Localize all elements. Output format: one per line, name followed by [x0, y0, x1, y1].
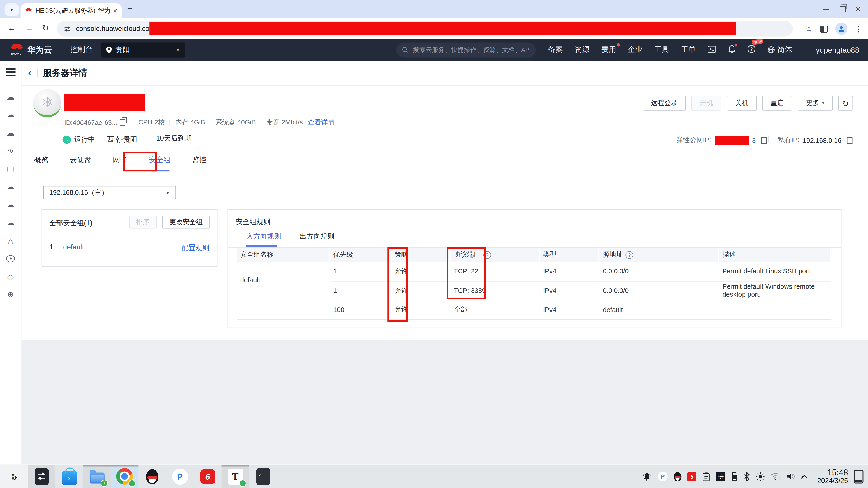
view-details-link[interactable]: 查看详情 — [308, 118, 335, 127]
tab-close-icon[interactable]: × — [113, 7, 118, 14]
browser-profile-avatar[interactable] — [835, 23, 848, 35]
qq-tray-icon[interactable] — [674, 472, 682, 481]
nav-item-beian[interactable]: 备案 — [548, 45, 563, 55]
nav-item-resources[interactable]: 资源 — [575, 45, 590, 55]
clock[interactable]: 15:48 2024/3/25 — [817, 468, 848, 485]
language-selector[interactable]: 简体 — [767, 45, 792, 55]
nav-item-tools[interactable]: 工具 — [654, 45, 669, 55]
more-button[interactable]: 更多▾ — [798, 96, 833, 111]
region-selector[interactable]: 贵阳一 ▾ — [100, 42, 184, 57]
tab-disks[interactable]: 云硬盘 — [68, 153, 94, 171]
console-link[interactable]: 控制台 — [70, 45, 93, 55]
rail-eip-icon[interactable]: IP — [0, 250, 21, 267]
tray-expand-chevron-icon[interactable] — [801, 474, 808, 479]
p-app-tray-icon[interactable]: P — [657, 471, 669, 482]
p-app-button[interactable]: P — [166, 465, 194, 488]
group-name-link[interactable]: default — [63, 243, 84, 253]
huawei-logo[interactable]: HUAWEI — [11, 44, 23, 56]
remote-login-button[interactable]: 远程登录 — [643, 96, 686, 111]
site-settings-icon[interactable] — [64, 25, 71, 32]
notification-bell-icon[interactable] — [643, 472, 652, 481]
shutdown-button[interactable]: 关机 — [727, 96, 756, 111]
change-security-group-button[interactable]: 更改安全组 — [162, 216, 210, 228]
rail-cloud5-icon[interactable]: ☁ — [0, 214, 21, 232]
cell-priority: 100 — [330, 300, 392, 319]
cloud-shell-icon[interactable] — [708, 45, 716, 55]
url-text: console.huaweicloud.com/ — [76, 25, 157, 33]
rail-workspace-icon[interactable]: ▢ — [0, 160, 21, 178]
rail-network-icon[interactable]: △ — [0, 232, 21, 250]
window-minimize-button[interactable] — [818, 0, 834, 18]
forward-button[interactable]: → — [26, 23, 34, 33]
file-manager-button[interactable]: + — [83, 465, 111, 488]
configure-rules-link[interactable]: 配置规则 — [182, 243, 209, 253]
wifi-icon[interactable]: ! — [771, 472, 781, 481]
nav-item-tickets[interactable]: 工单 — [681, 45, 696, 55]
clipboard-icon[interactable] — [702, 472, 710, 481]
expiry-text[interactable]: 10天后到期 — [156, 134, 192, 145]
rail-upload-icon[interactable]: ☁ — [0, 196, 21, 214]
back-button[interactable]: ← — [8, 23, 16, 33]
rail-cloud3-icon[interactable]: ☁ — [0, 124, 21, 142]
help-icon[interactable]: ? — [625, 251, 633, 259]
copy-icon[interactable] — [847, 137, 852, 143]
launcher-button[interactable]: ∶› — [0, 465, 28, 488]
col-priority: 优先级 — [330, 248, 392, 262]
hamburger-menu-icon[interactable] — [6, 68, 16, 76]
text-editor-button[interactable]: T+ — [221, 465, 249, 488]
app-store-button[interactable]: › — [55, 465, 83, 488]
browser-tab[interactable]: HECS(云耀云服务器)-华为云 × — [21, 3, 122, 18]
copy-icon[interactable] — [120, 119, 125, 125]
bookmark-star-icon[interactable]: ☆ — [805, 24, 813, 34]
help-icon[interactable]: ?NEW — [747, 45, 756, 55]
rail-wave-icon[interactable]: ∿ — [0, 142, 21, 160]
sort-button[interactable]: 排序 — [129, 216, 157, 228]
rail-ecs-icon[interactable]: ☁ — [0, 88, 21, 106]
volume-icon[interactable] — [786, 472, 795, 481]
search-input[interactable] — [412, 46, 530, 54]
browser-menu-icon[interactable]: ⋮ — [855, 24, 862, 33]
terminal-button[interactable]: › — [249, 465, 277, 488]
usb-drive-icon[interactable] — [731, 472, 738, 481]
rail-hex-icon[interactable]: ◇ — [0, 267, 21, 286]
cell-source-link[interactable]: default — [599, 300, 719, 319]
tab-monitoring[interactable]: 监控 — [190, 153, 209, 171]
rail-cloud2-icon[interactable]: ☁ — [0, 106, 21, 124]
chrome-button[interactable]: + — [111, 465, 138, 488]
power-on-button[interactable]: 开机 — [691, 96, 721, 111]
side-panel-icon[interactable] — [820, 25, 828, 33]
tab-inbound-rules[interactable]: 入方向规则 — [246, 232, 281, 247]
netease-music-button[interactable]: 6 — [194, 465, 221, 488]
console-search[interactable] — [396, 42, 536, 57]
tab-outbound-rules[interactable]: 出方向规则 — [300, 232, 334, 247]
restart-button[interactable]: 重启 — [762, 96, 792, 111]
notification-dot — [735, 43, 737, 46]
show-desktop-button[interactable] — [854, 469, 864, 483]
rail-cloud4-icon[interactable]: ☁ — [0, 177, 21, 196]
username[interactable]: yupengtao88 — [816, 46, 859, 54]
nic-dropdown[interactable]: 192.168.0.16（主） ▼ — [43, 186, 176, 199]
tab-overview[interactable]: 概览 — [32, 153, 51, 171]
notifications-bell-icon[interactable] — [728, 45, 736, 55]
browser-titlebar: ▾ HECS(云耀云服务器)-华为云 × + × — [0, 0, 868, 18]
nav-item-billing[interactable]: 费用 — [601, 45, 616, 55]
nav-item-enterprise[interactable]: 企业 — [628, 45, 643, 55]
bluetooth-icon[interactable] — [744, 472, 750, 481]
qq-button[interactable] — [138, 465, 166, 488]
refresh-button[interactable]: ↻ — [838, 96, 853, 111]
reload-button[interactable]: ↻ — [42, 23, 49, 33]
window-restore-button[interactable] — [835, 0, 850, 18]
rail-globe-icon[interactable]: ⊕ — [0, 286, 21, 304]
brightness-icon[interactable] — [756, 472, 765, 481]
control-center-button[interactable] — [28, 465, 55, 488]
new-tab-button[interactable]: + — [127, 4, 132, 14]
tab-search-button[interactable]: ▾ — [4, 3, 19, 16]
netease-tray-icon[interactable]: 6 — [687, 472, 697, 481]
cell-description: Permit default Linux SSH port. — [719, 262, 831, 281]
window-close-button[interactable]: × — [850, 0, 866, 18]
ime-indicator[interactable]: 拼 — [716, 472, 725, 481]
copy-icon[interactable] — [761, 137, 767, 143]
navbar-divider — [804, 45, 804, 55]
brand-name[interactable]: 华为云 — [27, 44, 52, 55]
back-chevron-icon[interactable]: ‹ — [28, 68, 31, 78]
